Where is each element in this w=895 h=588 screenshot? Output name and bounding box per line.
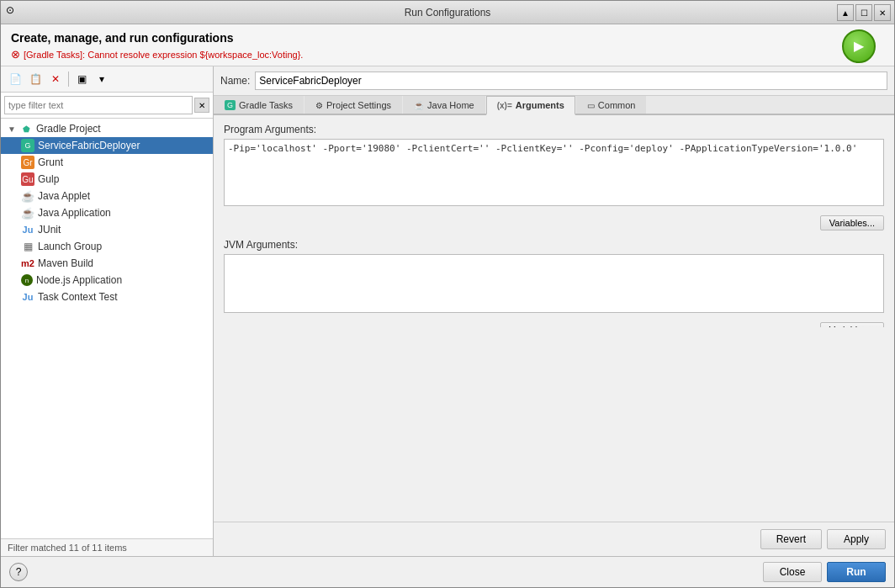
revert-button[interactable]: Revert	[760, 529, 822, 549]
task-context-icon: Ju	[21, 290, 34, 304]
jvm-args-label: JVM Arguments:	[224, 239, 884, 251]
close-window-button[interactable]: ✕	[874, 4, 891, 21]
collapse-icon: ▾	[99, 73, 104, 85]
junit-icon: Ju	[21, 223, 34, 236]
right-panel: Name: G Gradle Tasks ⚙ Project Settings …	[214, 66, 894, 556]
maximize-button[interactable]: ☐	[855, 4, 872, 21]
window-title: Run Configurations	[405, 7, 491, 19]
tab-label: Common	[598, 100, 636, 110]
java-app-icon: ☕	[21, 206, 34, 220]
header-title: Create, manage, and run configurations	[11, 31, 884, 45]
tree-item-label: Node.js Application	[36, 274, 122, 286]
tree-item-grunt[interactable]: Gr Grunt	[1, 154, 213, 171]
run-button[interactable]: Run	[827, 562, 886, 582]
gradle-item-icon: G	[21, 139, 34, 152]
error-text: [Gradle Tasks]: Cannot resolve expressio…	[24, 50, 303, 60]
gradle-project-icon: ⬟	[19, 122, 33, 135]
delete-button[interactable]: ✕	[46, 70, 65, 88]
run-configurations-window: ⊙ Run Configurations ▲ ☐ ✕ Create, manag…	[0, 0, 895, 588]
tab-gradle-tasks[interactable]: G Gradle Tasks	[214, 96, 304, 114]
arguments-tab-icon: (x)=	[497, 101, 512, 110]
jvm-args-container	[224, 254, 884, 315]
run-big-button[interactable]: ▶	[842, 29, 876, 63]
filter-input[interactable]	[4, 96, 193, 114]
tabs-bar: G Gradle Tasks ⚙ Project Settings ☕ Java…	[214, 96, 894, 115]
tree-item-label: ServiceFabricDeployer	[38, 140, 140, 151]
name-bar: Name:	[214, 66, 894, 96]
filter-bar: ✕	[1, 93, 213, 119]
help-button[interactable]: ?	[9, 563, 28, 581]
window-logo-icon: ⊙	[6, 4, 23, 21]
program-args-textarea[interactable]	[224, 139, 884, 206]
delete-icon: ✕	[51, 73, 60, 85]
tree-item-label: Launch Group	[38, 241, 102, 252]
error-icon: ⊗	[11, 48, 20, 61]
nodejs-icon: n	[21, 274, 33, 286]
tab-content-area: Program Arguments: Variables... JVM Argu…	[214, 115, 894, 327]
gradle-tasks-tab-icon: G	[225, 100, 236, 110]
tab-arguments[interactable]: (x)= Arguments	[486, 96, 575, 115]
tree-root-gradle-project[interactable]: ▼ ⬟ Gradle Project	[1, 120, 213, 137]
duplicate-button[interactable]: 📋	[26, 70, 45, 88]
bottom-buttons: Revert Apply	[214, 522, 894, 556]
tab-label: Gradle Tasks	[239, 100, 293, 110]
tab-java-home[interactable]: ☕ Java Home	[403, 96, 485, 114]
name-input[interactable]	[255, 72, 887, 90]
left-panel: 📄 📋 ✕ ▣ ▾ ✕	[1, 66, 214, 556]
java-home-tab-icon: ☕	[414, 101, 424, 110]
tree-item-task-context-test[interactable]: Ju Task Context Test	[1, 289, 213, 305]
jvm-args-textarea[interactable]	[224, 254, 884, 313]
tree-item-launch-group[interactable]: ▦ Launch Group	[1, 238, 213, 255]
tree-root-label: Gradle Project	[36, 123, 101, 135]
filter-icon: ▣	[77, 73, 87, 85]
project-settings-tab-icon: ⚙	[315, 101, 323, 110]
main-content: 📄 📋 ✕ ▣ ▾ ✕	[1, 66, 894, 556]
header-section: Create, manage, and run configurations ⊗…	[1, 24, 894, 66]
launch-group-icon: ▦	[21, 240, 34, 253]
tree-item-java-applet[interactable]: ☕ Java Applet	[1, 188, 213, 204]
tab-label: Arguments	[516, 100, 564, 110]
tree-item-label: JUnit	[38, 224, 61, 236]
title-bar: ⊙ Run Configurations ▲ ☐ ✕	[1, 1, 894, 24]
tree-item-label: Java Applet	[38, 190, 90, 202]
maven-icon: m2	[21, 257, 34, 270]
filter-status: Filter matched 11 of 11 items	[1, 538, 213, 556]
tree-item-label: Gulp	[38, 173, 59, 185]
tree-item-junit[interactable]: Ju JUnit	[1, 221, 213, 238]
left-toolbar: 📄 📋 ✕ ▣ ▾	[1, 66, 213, 93]
footer-left: ?	[9, 563, 28, 581]
tree-item-maven-build[interactable]: m2 Maven Build	[1, 255, 213, 272]
toolbar-separator	[68, 72, 69, 87]
tree-item-gulp[interactable]: Gu Gulp	[1, 171, 213, 188]
close-button[interactable]: Close	[763, 562, 822, 582]
name-label: Name:	[220, 75, 250, 87]
tab-label: Java Home	[427, 100, 474, 110]
collapse-button[interactable]: ▾	[93, 70, 111, 88]
tree-item-java-application[interactable]: ☕ Java Application	[1, 204, 213, 221]
program-args-label: Program Arguments:	[224, 124, 884, 135]
tree-item-nodejs[interactable]: n Node.js Application	[1, 272, 213, 289]
tab-project-settings[interactable]: ⚙ Project Settings	[305, 96, 402, 114]
minimize-button[interactable]: ▲	[837, 4, 854, 21]
filter-clear-button[interactable]: ✕	[194, 98, 209, 113]
tree-item-service-fabric-deployer[interactable]: G ServiceFabricDeployer	[1, 137, 213, 154]
grunt-icon: Gr	[21, 156, 34, 169]
expand-toggle-icon: ▼	[8, 124, 16, 134]
footer-right: Close Run	[763, 562, 886, 582]
tree-item-label: Maven Build	[38, 257, 93, 269]
program-args-container	[224, 139, 884, 209]
spacer	[214, 327, 894, 522]
tree-item-label: Grunt	[38, 156, 63, 168]
tree-item-label: Java Application	[38, 207, 111, 219]
program-variables-button[interactable]: Variables...	[820, 215, 884, 230]
error-message: ⊗ [Gradle Tasks]: Cannot resolve express…	[11, 48, 884, 61]
java-applet-icon: ☕	[21, 189, 34, 203]
tree-view: ▼ ⬟ Gradle Project G ServiceFabricDeploy…	[1, 119, 213, 538]
apply-button[interactable]: Apply	[827, 529, 886, 549]
tab-common[interactable]: ▭ Common	[576, 96, 647, 114]
gulp-icon: Gu	[21, 172, 34, 186]
new-config-button[interactable]: 📄	[6, 70, 24, 88]
arguments-panel: Program Arguments: Variables... JVM Argu…	[214, 115, 894, 556]
filter-button[interactable]: ▣	[72, 70, 91, 88]
new-icon: 📄	[9, 73, 22, 85]
